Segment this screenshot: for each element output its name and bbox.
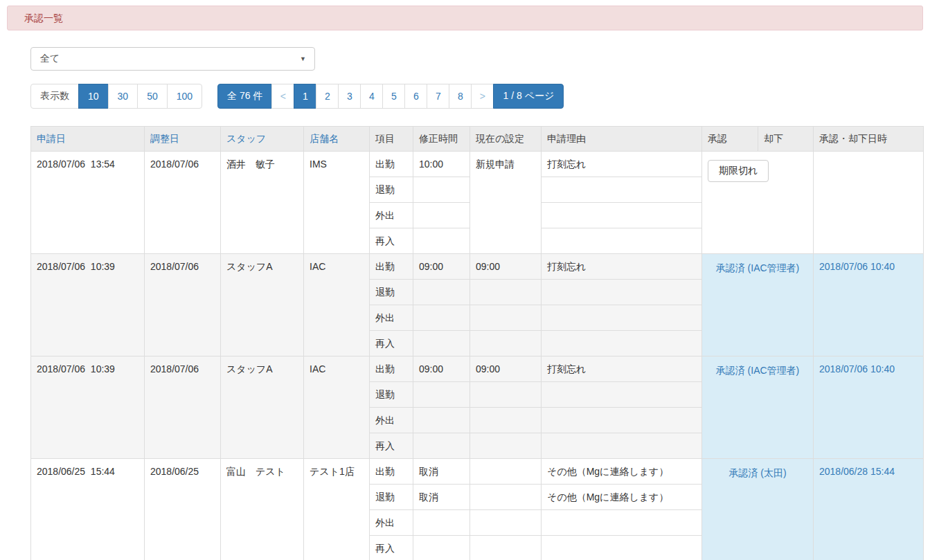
fix-time-cell <box>413 305 470 331</box>
fix-time-cell: 取消 <box>413 485 470 510</box>
reason-cell <box>542 536 702 560</box>
item-cell: 退勤 <box>370 280 413 305</box>
store-cell: IAC <box>304 254 370 356</box>
table-row: 2018/06/25 15:442018/06/25富山 テストテスト1店出勤取… <box>31 459 924 485</box>
reason-cell <box>542 331 702 356</box>
item-cell: 出勤 <box>370 459 413 485</box>
page-size-label: 表示数 <box>30 84 79 109</box>
adjusted-date-cell: 2018/07/06 <box>145 152 221 254</box>
column-header-8: 申請理由 <box>542 127 702 152</box>
total-count-badge: 全 76 件 <box>217 84 272 109</box>
column-header-6: 修正時間 <box>413 127 470 152</box>
current-setting-cell: 新規申請 <box>470 152 542 254</box>
column-header-2[interactable]: 調整日 <box>145 127 221 152</box>
column-header-5: 項目 <box>370 127 413 152</box>
decided-datetime-cell: 2018/07/06 10:40 <box>814 356 924 459</box>
page-button-5[interactable]: 5 <box>382 84 405 109</box>
item-cell: 外出 <box>370 510 413 536</box>
item-cell: 出勤 <box>370 152 413 177</box>
reason-cell: その他（Mgに連絡します） <box>542 459 702 485</box>
item-cell: 外出 <box>370 408 413 433</box>
page-size-group: 表示数103050100 <box>30 84 202 109</box>
current-setting-cell: 09:00 <box>470 254 542 280</box>
applied-date-cell: 2018/07/06 10:39 <box>31 356 145 459</box>
adjusted-date-cell: 2018/07/06 <box>145 356 221 459</box>
reason-cell: 打刻忘れ <box>542 254 702 280</box>
item-cell: 退勤 <box>370 485 413 510</box>
item-cell: 再入 <box>370 331 413 356</box>
reason-cell: 打刻忘れ <box>542 356 702 382</box>
filter-selected-value: 全て <box>40 53 60 65</box>
page-button-8[interactable]: 8 <box>449 84 472 109</box>
fix-time-cell <box>413 228 470 254</box>
next-page-button[interactable]: > <box>471 84 494 109</box>
current-setting-cell: 09:00 <box>470 356 542 382</box>
item-cell: 外出 <box>370 203 413 228</box>
column-header-7: 現在の設定 <box>470 127 542 152</box>
adjusted-date-cell: 2018/06/25 <box>145 459 221 560</box>
fix-time-cell: 10:00 <box>413 152 470 177</box>
decided-datetime-cell: 2018/06/28 15:44 <box>814 459 924 560</box>
fix-time-cell <box>413 510 470 536</box>
store-cell: IMS <box>304 152 370 254</box>
table-header-row: 申請日調整日スタッフ店舗名項目修正時間現在の設定申請理由承認却下承認・却下日時 <box>31 127 924 152</box>
approval-status-cell: 承認済 (IAC管理者) <box>702 356 814 459</box>
reason-cell <box>542 510 702 536</box>
page-button-4[interactable]: 4 <box>360 84 383 109</box>
prev-page-button[interactable]: < <box>271 84 294 109</box>
page-button-6[interactable]: 6 <box>404 84 427 109</box>
staff-cell: 富山 テスト <box>221 459 304 560</box>
fix-time-cell <box>413 408 470 433</box>
reason-cell: 打刻忘れ <box>542 152 702 177</box>
item-cell: 再入 <box>370 433 413 459</box>
item-cell: 出勤 <box>370 356 413 382</box>
chevron-down-icon: ▼ <box>300 55 306 62</box>
reason-cell <box>542 408 702 433</box>
page-button-3[interactable]: 3 <box>338 84 361 109</box>
table-row: 2018/07/06 10:392018/07/06スタッフAIAC出勤09:0… <box>31 254 924 280</box>
fix-time-cell: 取消 <box>413 459 470 485</box>
current-setting-cell <box>470 459 542 485</box>
page-size-option-100[interactable]: 100 <box>167 84 202 109</box>
table-row: 2018/07/06 10:392018/07/06スタッフAIAC出勤09:0… <box>31 356 924 382</box>
reason-cell <box>542 280 702 305</box>
page-button-2[interactable]: 2 <box>316 84 339 109</box>
page-button-1[interactable]: 1 <box>294 84 316 109</box>
applied-date-cell: 2018/07/06 13:54 <box>31 152 145 254</box>
fix-time-cell <box>413 536 470 560</box>
page-button-7[interactable]: 7 <box>427 84 449 109</box>
fix-time-cell: 09:00 <box>413 254 470 280</box>
fix-time-cell <box>413 280 470 305</box>
reason-cell <box>542 228 702 254</box>
page-size-option-30[interactable]: 30 <box>108 84 138 109</box>
page-size-option-50[interactable]: 50 <box>137 84 168 109</box>
staff-cell: スタッフA <box>221 254 304 356</box>
filter-select[interactable]: 全て ▼ <box>30 47 315 71</box>
main-content: 全て ▼ 表示数103050100 全 76 件<12345678>1 / 8 … <box>30 47 923 560</box>
approval-status-cell: 期限切れ <box>702 152 814 254</box>
page-size-option-10[interactable]: 10 <box>78 84 109 109</box>
expired-button[interactable]: 期限切れ <box>708 160 769 182</box>
current-setting-cell <box>470 536 542 560</box>
item-cell: 再入 <box>370 228 413 254</box>
column-header-11: 承認・却下日時 <box>814 127 924 152</box>
store-cell: IAC <box>304 356 370 459</box>
page-indicator-badge: 1 / 8 ページ <box>493 84 564 109</box>
item-cell: 外出 <box>370 305 413 331</box>
fix-time-cell: 09:00 <box>413 356 470 382</box>
fix-time-cell <box>413 331 470 356</box>
reason-cell <box>542 177 702 203</box>
table-row: 2018/07/06 13:542018/07/06酒井 敏子IMS出勤10:0… <box>31 152 924 177</box>
staff-cell: 酒井 敏子 <box>221 152 304 254</box>
adjusted-date-cell: 2018/07/06 <box>145 254 221 356</box>
column-header-4[interactable]: 店舗名 <box>304 127 370 152</box>
item-cell: 出勤 <box>370 254 413 280</box>
fix-time-cell <box>413 433 470 459</box>
current-setting-cell <box>470 382 542 408</box>
column-header-1[interactable]: 申請日 <box>31 127 145 152</box>
reason-cell <box>542 382 702 408</box>
pagination: 全 76 件<12345678>1 / 8 ページ <box>217 84 564 109</box>
current-setting-cell <box>470 485 542 510</box>
approval-status-cell: 承認済 (IAC管理者) <box>702 254 814 356</box>
column-header-3[interactable]: スタッフ <box>221 127 304 152</box>
